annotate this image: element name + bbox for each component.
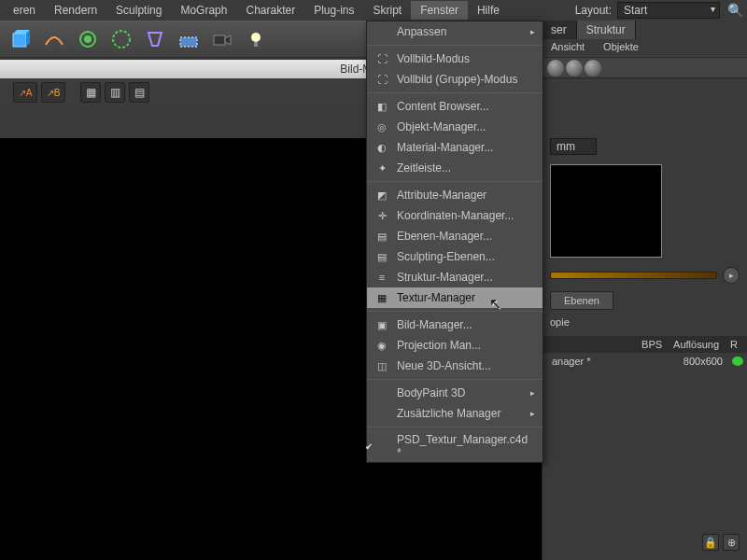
svg-point-4 bbox=[84, 35, 92, 43]
menu-plugins[interactable]: Plug-ins bbox=[304, 1, 363, 20]
material-sphere-icon[interactable] bbox=[547, 60, 564, 77]
cube-icon[interactable] bbox=[6, 24, 35, 54]
menu-item[interactable]: ◫Neue 3D-Ansicht... bbox=[367, 356, 543, 376]
bottom-icons: 🔒 ⊕ bbox=[702, 534, 740, 551]
generator-icon[interactable] bbox=[106, 24, 136, 54]
menu-sculpting[interactable]: Sculpting bbox=[106, 1, 171, 20]
menu-item[interactable]: ✦Zeitleiste... bbox=[367, 158, 543, 178]
submenu-arrow-icon: ▸ bbox=[530, 27, 535, 36]
menu-item-label: Bild-Manager... bbox=[397, 318, 472, 331]
menu-fenster[interactable]: Fenster bbox=[411, 1, 468, 20]
search-icon[interactable]: 🔍 bbox=[727, 3, 743, 18]
menu-item-icon: ✛ bbox=[374, 208, 389, 223]
menu-item[interactable]: ▣Bild-Manager... bbox=[367, 315, 543, 335]
menu-item-label: PSD_Textur_Manager.c4d * bbox=[397, 433, 535, 459]
menu-charakter[interactable]: Charakter bbox=[236, 1, 304, 20]
subtab-ansicht[interactable]: Ansicht bbox=[542, 39, 594, 56]
menu-item[interactable]: ≡Struktur-Manager... bbox=[367, 267, 543, 287]
grid2-icon[interactable]: ▥ bbox=[105, 82, 125, 103]
svg-rect-0 bbox=[13, 34, 26, 47]
menu-partial[interactable]: eren bbox=[4, 1, 45, 20]
menu-item-icon: ◩ bbox=[374, 188, 389, 203]
menu-item-icon: ▤ bbox=[374, 229, 389, 244]
menu-item[interactable]: ⛶Vollbild-Modus bbox=[367, 49, 543, 69]
menu-item-label: BodyPaint 3D bbox=[397, 386, 465, 399]
menu-item-label: Attribute-Manager bbox=[397, 189, 486, 202]
menu-item[interactable]: ◩Attribute-Manager bbox=[367, 185, 543, 205]
plus-icon[interactable]: ⊕ bbox=[723, 534, 740, 551]
nurbs-icon[interactable] bbox=[73, 24, 103, 54]
preview-box[interactable] bbox=[550, 164, 662, 258]
menu-item-icon bbox=[374, 24, 389, 39]
spline-icon[interactable] bbox=[39, 24, 69, 54]
tab-struktur[interactable]: Struktur bbox=[577, 21, 636, 39]
menu-item-icon bbox=[374, 406, 389, 421]
menu-item[interactable]: ◎Objekt-Manager... bbox=[367, 117, 543, 137]
menu-item[interactable]: ✔PSD_Textur_Manager.c4d * bbox=[367, 430, 543, 462]
axis-b-button[interactable]: ↗B bbox=[41, 82, 65, 103]
menu-item[interactable]: ⛶Vollbild (Gruppe)-Modus bbox=[367, 69, 543, 90]
play-button[interactable]: ▸ bbox=[723, 267, 740, 284]
menu-item[interactable]: ◉Projection Man... bbox=[367, 335, 543, 356]
col-aufloesung[interactable]: Auflösung bbox=[668, 339, 725, 350]
menu-item-icon: ◫ bbox=[374, 358, 389, 373]
menu-item-label: Material-Manager... bbox=[397, 141, 493, 154]
menu-item[interactable]: ◐Material-Manager... bbox=[367, 137, 543, 158]
menu-skript[interactable]: Skript bbox=[364, 1, 412, 20]
menu-item[interactable]: ▤Ebenen-Manager... bbox=[367, 226, 543, 246]
material-sphere-icon[interactable] bbox=[585, 60, 601, 77]
menu-item-icon: ▣ bbox=[374, 317, 389, 332]
tab-partial-ser[interactable]: ser bbox=[542, 21, 577, 39]
menu-item-label: Anpassen bbox=[397, 25, 446, 38]
svg-rect-6 bbox=[180, 37, 197, 47]
menu-item[interactable]: ▤Sculpting-Ebenen... bbox=[367, 246, 543, 267]
material-strip bbox=[542, 58, 747, 78]
submenu-arrow-icon: ▸ bbox=[530, 409, 535, 418]
menu-item[interactable]: Anpassen▸ bbox=[367, 21, 543, 42]
menu-mograph[interactable]: MoGraph bbox=[171, 1, 236, 20]
subtab-objekte[interactable]: Objekte bbox=[594, 39, 648, 56]
menu-item[interactable]: ◧Content Browser... bbox=[367, 96, 543, 117]
material-sphere-icon[interactable] bbox=[566, 60, 583, 77]
menu-item-icon: ≡ bbox=[374, 270, 389, 285]
axis-a-button[interactable]: ↗A bbox=[13, 82, 37, 103]
right-subtabs: Ansicht Objekte bbox=[542, 39, 747, 56]
menu-rendern[interactable]: Rendern bbox=[45, 1, 106, 20]
ebenen-button[interactable]: Ebenen bbox=[550, 291, 613, 310]
menu-item-label: Projection Man... bbox=[397, 339, 481, 352]
menu-item[interactable]: BodyPaint 3D▸ bbox=[367, 383, 543, 403]
list-row[interactable]: anager * 747x560 bbox=[543, 353, 747, 370]
menu-item-icon: ✦ bbox=[374, 161, 389, 175]
menu-item-label: Struktur-Manager... bbox=[397, 271, 493, 284]
menu-item-icon: ◎ bbox=[374, 119, 389, 134]
row-res: 747x560 bbox=[678, 356, 728, 367]
environment-icon[interactable] bbox=[174, 24, 204, 54]
right-panel: mm ▸ Ebenen opie BPS Auflösung R anager … bbox=[542, 78, 747, 560]
col-r[interactable]: R bbox=[725, 339, 743, 350]
menu-item-icon: ◐ bbox=[374, 140, 389, 155]
unit-field[interactable]: mm bbox=[550, 138, 597, 155]
submenu-arrow-icon: ▸ bbox=[530, 388, 535, 398]
menu-item[interactable]: Zusätzliche Manager▸ bbox=[367, 403, 543, 424]
menu-item-label: Textur-Manager bbox=[397, 291, 475, 304]
menu-item-icon: ◧ bbox=[374, 99, 389, 114]
camera-icon[interactable] bbox=[207, 24, 237, 54]
menu-item-label: Zusätzliche Manager bbox=[397, 407, 500, 420]
timeline-slider[interactable] bbox=[550, 272, 717, 279]
menu-item-icon bbox=[374, 385, 389, 400]
menu-item-icon: ⛶ bbox=[374, 72, 389, 87]
menu-hilfe[interactable]: Hilfe bbox=[468, 1, 509, 20]
svg-point-5 bbox=[113, 31, 130, 48]
svg-point-10 bbox=[251, 33, 261, 42]
menu-item[interactable]: ▦Textur-Manager bbox=[367, 287, 543, 308]
right-tabs: ser Struktur bbox=[542, 21, 747, 39]
layout-select[interactable]: Start bbox=[617, 2, 720, 19]
grid3-icon[interactable]: ▤ bbox=[129, 82, 149, 103]
light-icon[interactable] bbox=[241, 24, 271, 54]
col-bps[interactable]: BPS bbox=[636, 339, 668, 350]
grid-icon[interactable]: ▦ bbox=[80, 82, 101, 103]
menu-item[interactable]: ✛Koordinaten-Manager... bbox=[367, 205, 543, 226]
deformer-icon[interactable] bbox=[140, 24, 170, 54]
lock-icon[interactable]: 🔒 bbox=[702, 534, 719, 551]
row-name: anager * bbox=[546, 356, 678, 367]
